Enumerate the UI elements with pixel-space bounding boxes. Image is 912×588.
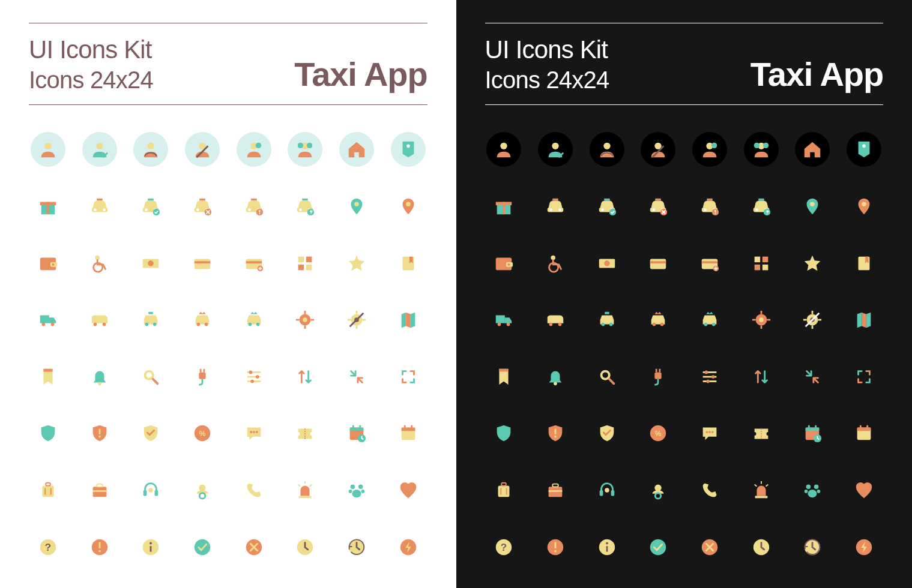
svg-rect-66: [148, 312, 153, 314]
briefcase-icon: [538, 473, 573, 508]
svg-point-99: [98, 436, 101, 438]
home-icon: [339, 132, 374, 167]
user-check-icon: [82, 132, 117, 167]
pin-filled-icon: [847, 189, 881, 224]
success-icon: [641, 530, 675, 565]
plug-icon: [641, 359, 675, 394]
svg-point-41: [406, 202, 411, 206]
svg-rect-55: [306, 256, 312, 262]
svg-point-197: [604, 260, 609, 266]
luggage-icon: [31, 473, 65, 508]
error-icon: [692, 530, 727, 565]
svg-point-251: [705, 431, 708, 434]
svg-rect-120: [97, 484, 102, 487]
svg-point-216: [653, 323, 656, 326]
svg-point-165: [549, 208, 552, 211]
svg-point-151: [603, 143, 610, 149]
calendar-icon: [847, 416, 881, 451]
van-icon: [538, 302, 573, 337]
user-seatbelt-icon: [185, 132, 220, 167]
divider-bottom: [485, 104, 884, 105]
car-vip-icon: [692, 302, 727, 337]
svg-point-70: [256, 323, 259, 326]
svg-point-72: [303, 317, 308, 322]
search-icon: [133, 359, 168, 394]
svg-rect-272: [611, 490, 614, 496]
kit-size: Icons 24x24: [485, 67, 609, 94]
calendar-icon: [391, 416, 426, 451]
svg-rect-23: [199, 199, 205, 201]
svg-text:%: %: [199, 430, 205, 438]
user-driver-icon: [590, 132, 624, 167]
svg-point-212: [558, 323, 562, 326]
crosshair-icon: [744, 302, 779, 337]
shield-icon: [31, 416, 65, 451]
discount-icon: %: [185, 416, 220, 451]
bell-icon: [82, 359, 117, 394]
help-icon: ?: [31, 530, 65, 565]
svg-point-158: [763, 143, 769, 148]
taxi-alert-icon: [237, 189, 271, 224]
svg-rect-123: [155, 490, 159, 496]
svg-rect-264: [498, 486, 510, 497]
expand-icon: [391, 359, 426, 394]
svg-point-281: [814, 485, 819, 490]
svg-point-6: [255, 143, 261, 148]
svg-line-88: [153, 379, 158, 384]
shield-icon: [486, 416, 521, 451]
history-icon: [795, 530, 830, 565]
svg-point-65: [153, 323, 157, 326]
svg-rect-14: [97, 199, 102, 201]
taxi-cancel-icon: [641, 189, 675, 224]
svg-point-68: [205, 323, 208, 326]
car-vip-icon: [237, 302, 271, 337]
svg-point-64: [145, 323, 149, 326]
luggage-icon: [486, 473, 521, 508]
help-icon: ?: [486, 530, 521, 565]
chat-icon: [692, 416, 727, 451]
svg-point-280: [806, 485, 811, 490]
svg-point-188: [764, 209, 770, 215]
info-icon: [133, 530, 168, 565]
svg-point-67: [196, 323, 200, 326]
svg-point-179: [704, 208, 707, 211]
user-check-icon: [538, 132, 573, 167]
svg-line-278: [754, 485, 756, 487]
phone-icon: [237, 473, 271, 508]
svg-point-189: [811, 202, 815, 206]
svg-point-16: [94, 208, 97, 211]
card-icon: [185, 246, 220, 281]
taxi-front-icon: [538, 189, 573, 224]
svg-point-248: [554, 436, 557, 438]
svg-point-39: [307, 209, 314, 215]
svg-point-209: [498, 323, 501, 326]
svg-rect-177: [707, 199, 712, 201]
paw-icon: [339, 473, 374, 508]
svg-rect-172: [656, 199, 661, 201]
car-taxi-icon: [590, 302, 624, 337]
svg-point-30: [248, 208, 251, 211]
collapse-icon: [795, 359, 830, 394]
svg-rect-201: [702, 261, 717, 263]
wheelchair-icon: [538, 246, 573, 281]
svg-rect-89: [199, 372, 205, 379]
siren-icon: [744, 473, 779, 508]
svg-point-155: [711, 143, 717, 148]
svg-point-104: [255, 431, 258, 434]
svg-point-40: [354, 202, 359, 206]
svg-point-0: [44, 143, 51, 149]
svg-point-293: [650, 539, 666, 554]
svg-rect-198: [650, 259, 666, 269]
users-pair-icon: [237, 132, 271, 167]
svg-rect-127: [299, 496, 312, 499]
car-taxi-icon: [133, 302, 168, 337]
taxi-electric-icon: [288, 189, 322, 224]
taxi-cancel-icon: [185, 189, 220, 224]
paw-icon: [795, 473, 830, 508]
svg-rect-84: [43, 369, 52, 372]
svg-text:?: ?: [501, 541, 507, 553]
svg-rect-50: [195, 261, 210, 263]
clock-icon: [288, 530, 322, 565]
svg-point-213: [601, 323, 605, 326]
blocks-icon: [288, 246, 322, 281]
